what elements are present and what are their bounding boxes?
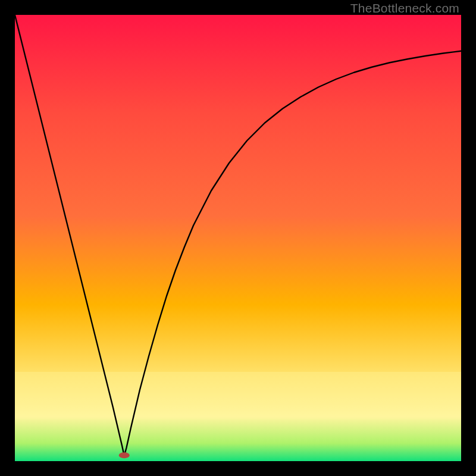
watermark-text: TheBottleneck.com [350,1,459,15]
yellow-band [15,372,461,419]
optimum-marker [119,452,130,458]
chart-svg [15,15,461,461]
chart-frame [15,15,461,461]
